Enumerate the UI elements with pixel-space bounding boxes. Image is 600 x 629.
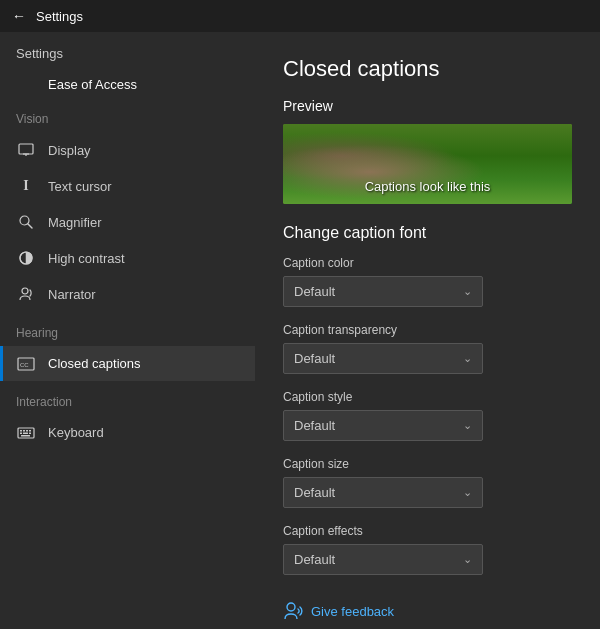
sidebar-magnifier-label: Magnifier	[48, 215, 101, 230]
caption-size-value: Default	[294, 485, 335, 500]
title-bar-title: Settings	[36, 9, 83, 24]
caption-effects-group: Caption effects Default ⌄	[283, 524, 572, 575]
high-contrast-icon	[16, 250, 36, 266]
sidebar-item-display[interactable]: Display	[0, 132, 255, 168]
caption-size-group: Caption size Default ⌄	[283, 457, 572, 508]
caption-style-group: Caption style Default ⌄	[283, 390, 572, 441]
sidebar-keyboard-label: Keyboard	[48, 425, 104, 440]
sidebar-display-label: Display	[48, 143, 91, 158]
caption-style-value: Default	[294, 418, 335, 433]
caption-color-group: Caption color Default ⌄	[283, 256, 572, 307]
caption-effects-label: Caption effects	[283, 524, 572, 538]
caption-transparency-label: Caption transparency	[283, 323, 572, 337]
svg-rect-17	[23, 432, 28, 434]
sidebar-item-high-contrast[interactable]: High contrast	[0, 240, 255, 276]
sidebar-settings-label: Settings	[0, 36, 255, 71]
sidebar-narrator-label: Narrator	[48, 287, 96, 302]
preview-caption: Captions look like this	[365, 179, 491, 194]
caption-size-dropdown[interactable]: Default ⌄	[283, 477, 483, 508]
svg-rect-19	[21, 435, 30, 437]
svg-text:CC: CC	[20, 362, 29, 368]
sidebar-high-contrast-label: High contrast	[48, 251, 125, 266]
caption-style-dropdown[interactable]: Default ⌄	[283, 410, 483, 441]
chevron-down-icon: ⌄	[463, 486, 472, 499]
ease-of-access-label: Ease of Access	[48, 77, 137, 92]
sidebar-item-keyboard[interactable]: Keyboard	[0, 415, 255, 450]
sidebar-item-narrator[interactable]: Narrator	[0, 276, 255, 312]
feedback-section: Give feedback	[283, 591, 572, 621]
chevron-down-icon: ⌄	[463, 285, 472, 298]
sidebar-section-hearing: Hearing	[0, 312, 255, 346]
caption-effects-dropdown[interactable]: Default ⌄	[283, 544, 483, 575]
give-feedback-link[interactable]: Give feedback	[311, 604, 394, 619]
keyboard-icon	[16, 427, 36, 439]
caption-color-dropdown[interactable]: Default ⌄	[283, 276, 483, 307]
caption-style-label: Caption style	[283, 390, 572, 404]
closed-captions-icon: CC	[16, 357, 36, 371]
text-cursor-icon: I	[16, 178, 36, 194]
svg-rect-16	[20, 432, 22, 434]
caption-transparency-value: Default	[294, 351, 335, 366]
caption-transparency-group: Caption transparency Default ⌄	[283, 323, 572, 374]
page-title: Closed captions	[283, 56, 572, 82]
change-font-title: Change caption font	[283, 224, 572, 242]
svg-point-20	[287, 603, 295, 611]
sidebar-text-cursor-label: Text cursor	[48, 179, 112, 194]
main-layout: Settings Ease of Access Vision Display I…	[0, 32, 600, 629]
preview-label: Preview	[283, 98, 572, 114]
content-area: Closed captions Preview Captions look li…	[255, 32, 600, 629]
chevron-down-icon: ⌄	[463, 553, 472, 566]
sidebar-section-interaction: Interaction	[0, 381, 255, 415]
preview-image: Captions look like this	[283, 124, 572, 204]
caption-color-label: Caption color	[283, 256, 572, 270]
title-bar: ← Settings	[0, 0, 600, 32]
feedback-icon	[283, 601, 303, 621]
svg-point-8	[22, 288, 28, 294]
sidebar-item-ease-of-access[interactable]: Ease of Access	[0, 71, 255, 98]
svg-line-4	[28, 224, 32, 228]
narrator-icon	[16, 286, 36, 302]
svg-rect-12	[20, 430, 22, 432]
sidebar: Settings Ease of Access Vision Display I…	[0, 32, 255, 629]
magnifier-icon	[16, 214, 36, 230]
svg-rect-15	[29, 430, 31, 432]
caption-effects-value: Default	[294, 552, 335, 567]
caption-size-label: Caption size	[283, 457, 572, 471]
chevron-down-icon: ⌄	[463, 419, 472, 432]
chevron-down-icon: ⌄	[463, 352, 472, 365]
sidebar-closed-captions-label: Closed captions	[48, 356, 141, 371]
sidebar-item-text-cursor[interactable]: I Text cursor	[0, 168, 255, 204]
svg-rect-14	[26, 430, 28, 432]
caption-color-value: Default	[294, 284, 335, 299]
caption-transparency-dropdown[interactable]: Default ⌄	[283, 343, 483, 374]
sidebar-section-vision: Vision	[0, 98, 255, 132]
svg-rect-13	[23, 430, 25, 432]
display-icon	[16, 142, 36, 158]
sidebar-item-magnifier[interactable]: Magnifier	[0, 204, 255, 240]
svg-rect-0	[19, 144, 33, 154]
svg-rect-18	[29, 432, 31, 434]
back-button[interactable]: ←	[12, 8, 26, 24]
sidebar-item-closed-captions[interactable]: CC Closed captions	[0, 346, 255, 381]
